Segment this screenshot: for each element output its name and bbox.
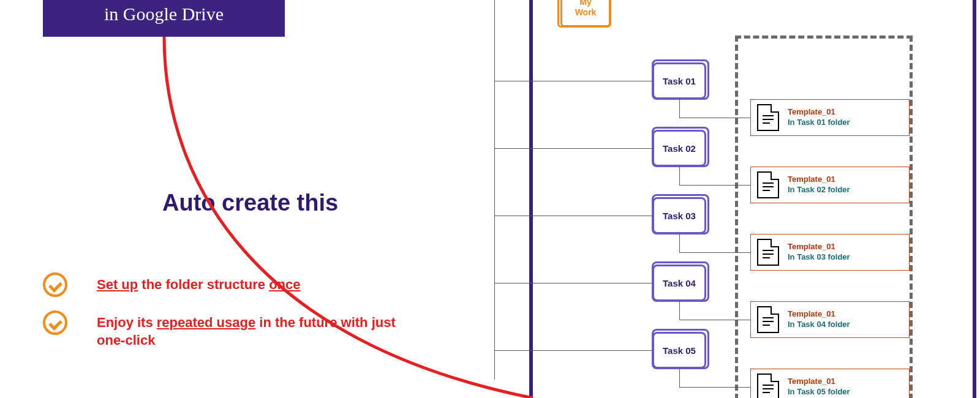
template-text: Template_01 In Task 05 folder [788,377,850,397]
document-icon [757,239,779,266]
bullet-underline: once [269,277,300,292]
task-folder: Task 04 [652,265,706,301]
document-icon [757,306,779,333]
template-sub: In Task 02 folder [788,185,850,195]
template-name: Template_01 [788,309,850,320]
connector-line [679,167,680,185]
document-icon [757,171,779,198]
root-folder: My Work [560,0,611,27]
template-sub: In Task 01 folder [788,118,850,128]
task-folder-label: Task 01 [663,76,696,86]
template-box: Template_01 In Task 04 folder [750,301,910,338]
root-folder-label: My Work [575,0,597,18]
dashed-container [735,36,913,398]
title-text: in Google Drive [104,4,224,24]
bullet-row: Set up the folder structure once [43,272,423,297]
bullet-text: Set up the folder structure once [97,272,301,294]
connector-line [494,0,495,380]
task-folder-label: Task 05 [663,345,696,356]
bullet-underline: Set up [97,277,138,292]
template-sub: In Task 03 folder [788,252,850,263]
task-folder: Task 01 [652,62,706,99]
connector-line [494,148,652,149]
document-icon [757,104,779,131]
task-folder-label: Task 03 [663,211,696,221]
connector-line [679,387,753,388]
template-box: Template_01 In Task 03 folder [750,234,910,271]
template-text: Template_01 In Task 01 folder [788,107,850,128]
document-icon [757,374,779,398]
template-text: Template_01 In Task 04 folder [788,309,850,330]
task-folder: Task 03 [652,197,706,234]
bullet-row: Enjoy its repeated usage in the future w… [43,310,423,349]
task-folder-label: Task 02 [663,143,696,154]
connector-line [494,216,652,216]
connector-line [494,283,652,283]
middle-heading: Auto create this [162,190,338,216]
template-name: Template_01 [788,175,850,185]
check-icon [43,272,67,297]
template-box: Template_01 In Task 01 folder [750,99,910,136]
connector-line [679,185,753,186]
connector-line [679,252,753,253]
connector-line [679,234,680,252]
connector-line [494,350,652,351]
task-folder: Task 05 [652,332,706,369]
template-text: Template_01 In Task 02 folder [788,175,850,195]
connector-line [679,99,680,118]
connector-line [494,81,652,81]
bullet-text: Enjoy its repeated usage in the future w… [97,310,423,349]
folder-tree: My Work Task 01 Task 02 Task 03 Task 04 … [478,0,980,398]
check-icon [43,310,67,335]
template-sub: In Task 05 folder [788,387,850,397]
connector-line [679,320,753,320]
connector-line [679,369,680,387]
template-box: Template_01 In Task 05 folder [750,369,910,398]
task-folder-label: Task 04 [663,278,696,288]
template-text: Template_01 In Task 03 folder [788,242,850,263]
bullet-underline: repeated usage [157,315,255,330]
connector-line [679,301,680,320]
template-box: Template_01 In Task 02 folder [750,167,910,203]
title-box: in Google Drive [43,0,285,37]
template-name: Template_01 [788,242,850,252]
task-folder: Task 02 [652,130,706,167]
bullets-list: Set up the folder structure once Enjoy i… [43,272,423,362]
template-name: Template_01 [788,377,850,387]
template-name: Template_01 [788,107,850,118]
connector-line [679,118,753,118]
template-sub: In Task 04 folder [788,320,850,330]
